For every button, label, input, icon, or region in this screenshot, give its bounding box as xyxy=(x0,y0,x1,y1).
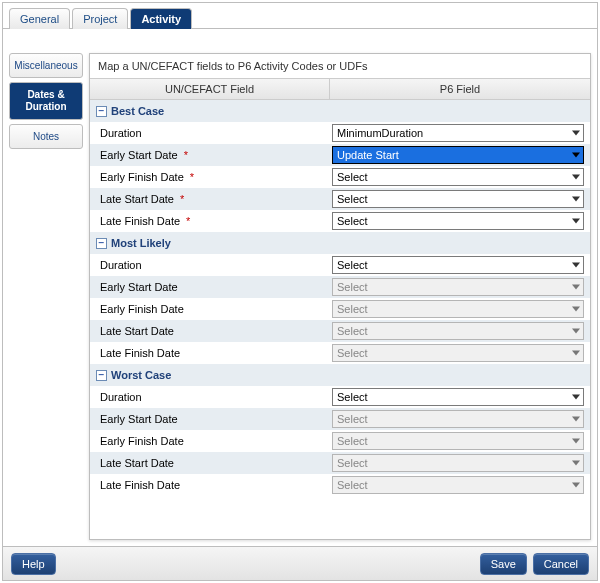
field-label: Early Finish Date xyxy=(100,171,184,183)
header-uncefact-field: UN/CEFACT Field xyxy=(90,79,330,99)
collapse-icon[interactable]: − xyxy=(96,370,107,381)
grid-body: − Best Case Duration MinimumDuration xyxy=(90,100,590,539)
required-marker: * xyxy=(180,193,184,205)
header-p6-field: P6 Field xyxy=(330,79,590,99)
side-tab-miscellaneous[interactable]: Miscellaneous xyxy=(9,53,83,78)
tab-project[interactable]: Project xyxy=(72,8,128,29)
group-most-likely: − Most Likely xyxy=(90,232,590,254)
field-label: Early Finish Date xyxy=(100,435,184,447)
field-label: Late Finish Date xyxy=(100,479,180,491)
field-label: Late Start Date xyxy=(100,457,174,469)
required-marker: * xyxy=(184,149,188,161)
field-label: Duration xyxy=(100,127,142,139)
group-label: Most Likely xyxy=(111,237,171,249)
select-value: Select xyxy=(337,457,368,469)
chevron-down-icon xyxy=(572,483,580,488)
chevron-down-icon xyxy=(572,439,580,444)
field-label: Late Finish Date xyxy=(100,215,180,227)
field-label: Late Start Date xyxy=(100,193,174,205)
table-row: Early Start Date * Update Start xyxy=(90,144,590,166)
select-value: Select xyxy=(337,413,368,425)
side-tab-dates-duration[interactable]: Dates & Duration xyxy=(9,82,83,120)
mapping-panel: Map a UN/CEFACT fields to P6 Activity Co… xyxy=(89,53,591,540)
select-value: Select xyxy=(337,259,368,271)
select-field[interactable]: Select xyxy=(332,388,584,406)
chevron-down-icon xyxy=(572,197,580,202)
table-row: Late Finish Date * Select xyxy=(90,210,590,232)
collapse-icon[interactable]: − xyxy=(96,106,107,117)
grid-header: UN/CEFACT Field P6 Field xyxy=(90,78,590,100)
side-tab-label-line2: Duration xyxy=(25,101,66,112)
select-value: Update Start xyxy=(337,149,399,161)
required-marker: * xyxy=(190,171,194,183)
select-value: Select xyxy=(337,193,368,205)
select-value: Select xyxy=(337,347,368,359)
select-update-start[interactable]: Update Start xyxy=(332,146,584,164)
chevron-down-icon xyxy=(572,329,580,334)
field-label: Duration xyxy=(100,391,142,403)
side-tab-label-line1: Dates & xyxy=(27,89,64,100)
chevron-down-icon xyxy=(572,153,580,158)
field-label: Early Start Date xyxy=(100,413,178,425)
footer-bar: Help Save Cancel xyxy=(3,546,597,580)
table-row: Duration Select xyxy=(90,386,590,408)
select-field-disabled: Select xyxy=(332,432,584,450)
side-tab-notes[interactable]: Notes xyxy=(9,124,83,149)
table-row: Early Start Date Select xyxy=(90,408,590,430)
table-row: Early Finish Date * Select xyxy=(90,166,590,188)
select-field[interactable]: Select xyxy=(332,256,584,274)
group-label: Best Case xyxy=(111,105,164,117)
select-value: Select xyxy=(337,215,368,227)
table-row: Late Start Date * Select xyxy=(90,188,590,210)
select-field[interactable]: Select xyxy=(332,190,584,208)
select-value: Select xyxy=(337,303,368,315)
group-best-case: − Best Case xyxy=(90,100,590,122)
select-value: Select xyxy=(337,171,368,183)
chevron-down-icon xyxy=(572,263,580,268)
chevron-down-icon xyxy=(572,307,580,312)
select-minimum-duration[interactable]: MinimumDuration xyxy=(332,124,584,142)
select-field-disabled: Select xyxy=(332,344,584,362)
save-button[interactable]: Save xyxy=(480,553,527,575)
chevron-down-icon xyxy=(572,461,580,466)
table-row: Late Start Date Select xyxy=(90,320,590,342)
chevron-down-icon xyxy=(572,285,580,290)
table-row: Early Start Date Select xyxy=(90,276,590,298)
select-value: Select xyxy=(337,325,368,337)
chevron-down-icon xyxy=(572,131,580,136)
chevron-down-icon xyxy=(572,417,580,422)
select-field[interactable]: Select xyxy=(332,212,584,230)
select-field-disabled: Select xyxy=(332,454,584,472)
table-row: Early Finish Date Select xyxy=(90,298,590,320)
select-field-disabled: Select xyxy=(332,410,584,428)
required-marker: * xyxy=(186,215,190,227)
select-value: Select xyxy=(337,391,368,403)
field-label: Early Finish Date xyxy=(100,303,184,315)
table-row: Duration MinimumDuration xyxy=(90,122,590,144)
tab-activity[interactable]: Activity xyxy=(130,8,192,29)
cancel-button[interactable]: Cancel xyxy=(533,553,589,575)
select-field[interactable]: Select xyxy=(332,168,584,186)
chevron-down-icon xyxy=(572,351,580,356)
chevron-down-icon xyxy=(572,219,580,224)
table-row: Late Finish Date Select xyxy=(90,474,590,496)
help-button[interactable]: Help xyxy=(11,553,56,575)
select-value: Select xyxy=(337,281,368,293)
field-label: Duration xyxy=(100,259,142,271)
table-row: Late Finish Date Select xyxy=(90,342,590,364)
field-label: Late Start Date xyxy=(100,325,174,337)
field-label: Late Finish Date xyxy=(100,347,180,359)
select-value: MinimumDuration xyxy=(337,127,423,139)
chevron-down-icon xyxy=(572,175,580,180)
select-field-disabled: Select xyxy=(332,300,584,318)
table-row: Duration Select xyxy=(90,254,590,276)
collapse-icon[interactable]: − xyxy=(96,238,107,249)
table-row: Late Start Date Select xyxy=(90,452,590,474)
field-label: Early Start Date xyxy=(100,149,178,161)
table-row: Early Finish Date Select xyxy=(90,430,590,452)
select-field-disabled: Select xyxy=(332,278,584,296)
group-label: Worst Case xyxy=(111,369,171,381)
panel-title: Map a UN/CEFACT fields to P6 Activity Co… xyxy=(90,54,590,78)
select-field-disabled: Select xyxy=(332,476,584,494)
tab-general[interactable]: General xyxy=(9,8,70,29)
